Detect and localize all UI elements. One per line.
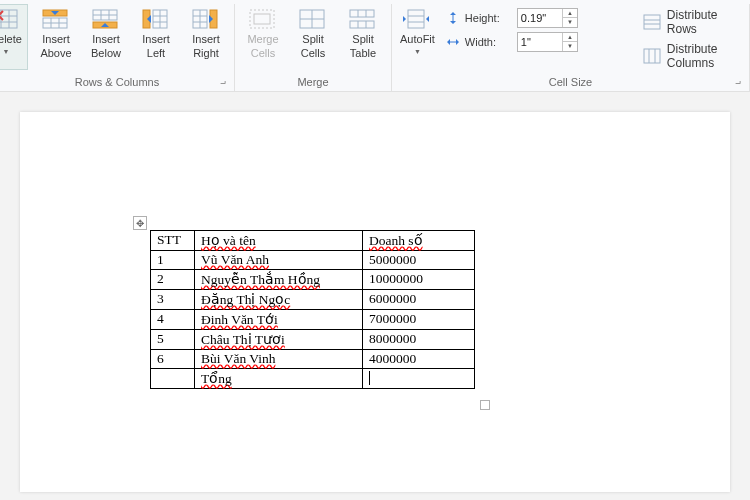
svg-rect-46 <box>644 49 660 63</box>
table-header-row[interactable]: STT Họ và tên Doanh số <box>151 231 475 251</box>
delete-button[interactable]: Delete ▼ <box>0 4 28 70</box>
ribbon: Delete ▼ Insert Above Insert Below <box>0 0 750 92</box>
header-sales[interactable]: Doanh số <box>363 231 475 251</box>
chevron-down-icon: ▼ <box>414 48 421 55</box>
height-icon <box>445 10 461 26</box>
split-table-button[interactable]: Split Table <box>341 4 385 70</box>
table-row[interactable]: 5 Châu Thị Tươi 8000000 <box>151 330 475 350</box>
document-canvas: ✥ STT Họ và tên Doanh số 1 Vũ Văn Anh 50… <box>0 92 750 500</box>
group-merge: Merge Cells Split Cells Split Table Merg… <box>235 4 392 91</box>
table-resize-handle[interactable] <box>480 400 490 410</box>
insert-above-icon <box>40 7 72 31</box>
split-table-icon <box>347 7 379 31</box>
insert-below-button[interactable]: Insert Below <box>84 4 128 70</box>
autofit-icon <box>401 7 433 31</box>
insert-left-button[interactable]: Insert Left <box>134 4 178 70</box>
delete-table-icon <box>0 7 22 31</box>
split-cells-button[interactable]: Split Cells <box>291 4 335 70</box>
group-label-cell-size: Cell Size <box>398 74 743 91</box>
distribute-columns-label: Distribute Columns <box>667 42 737 70</box>
header-name[interactable]: Họ và tên <box>195 231 363 251</box>
distribute-rows-button[interactable]: Distribute Rows <box>643 8 737 36</box>
distribute-columns-icon <box>643 48 661 64</box>
width-input[interactable]: 1" ▲▼ <box>517 32 578 52</box>
height-label: Height: <box>465 12 513 24</box>
svg-rect-28 <box>254 14 270 24</box>
width-icon <box>445 34 461 50</box>
table-footer-row[interactable]: Tổng <box>151 369 475 389</box>
chevron-down-icon: ▼ <box>3 48 10 55</box>
merge-cells-button: Merge Cells <box>241 4 285 70</box>
text-cursor <box>369 371 370 385</box>
distribute-rows-icon <box>643 14 661 30</box>
sales-table[interactable]: STT Họ và tên Doanh số 1 Vũ Văn Anh 5000… <box>150 230 475 389</box>
insert-left-icon <box>140 7 172 31</box>
distribute-rows-label: Distribute Rows <box>667 8 737 36</box>
insert-above-button[interactable]: Insert Above <box>34 4 78 70</box>
group-label-rows-cols: Rows & Columns <box>6 74 228 91</box>
autofit-button[interactable]: AutoFit ▼ <box>398 4 437 70</box>
table-row[interactable]: 4 Đinh Văn Tới 7000000 <box>151 310 475 330</box>
table-row[interactable]: 3 Đặng Thị Ngọc 6000000 <box>151 290 475 310</box>
delete-label: Delete <box>0 33 22 45</box>
insert-right-icon <box>190 7 222 31</box>
document-page[interactable]: ✥ STT Họ và tên Doanh số 1 Vũ Văn Anh 50… <box>20 112 730 492</box>
group-rows-columns: Delete ▼ Insert Above Insert Below <box>0 4 235 91</box>
split-cells-icon <box>297 7 329 31</box>
insert-right-button[interactable]: Insert Right <box>184 4 228 70</box>
svg-rect-33 <box>350 21 374 28</box>
svg-rect-32 <box>350 10 374 17</box>
table-move-handle[interactable]: ✥ <box>133 216 147 230</box>
svg-rect-38 <box>408 10 424 28</box>
width-value[interactable]: 1" <box>518 35 562 49</box>
cell-size-fields: Height: 0.19" ▲▼ Width: 1" ▲▼ <box>443 4 633 52</box>
width-label: Width: <box>465 36 513 48</box>
table-row[interactable]: 1 Vũ Văn Anh 5000000 <box>151 251 475 270</box>
height-input[interactable]: 0.19" ▲▼ <box>517 8 578 28</box>
table-row[interactable]: 2 Nguyễn Thắm Hồng 10000000 <box>151 270 475 290</box>
svg-rect-43 <box>644 15 660 29</box>
height-value[interactable]: 0.19" <box>518 11 562 25</box>
height-spinner[interactable]: ▲▼ <box>562 9 577 27</box>
distribute-columns-button[interactable]: Distribute Columns <box>643 42 737 70</box>
merge-cells-icon <box>247 7 279 31</box>
width-spinner[interactable]: ▲▼ <box>562 33 577 51</box>
group-cell-size: AutoFit ▼ Height: 0.19" ▲▼ <box>392 4 750 91</box>
table-row[interactable]: 6 Bùi Văn Vinh 4000000 <box>151 350 475 369</box>
header-stt[interactable]: STT <box>151 231 195 251</box>
insert-below-icon <box>90 7 122 31</box>
distribute-column: Distribute Rows Distribute Columns <box>639 4 743 70</box>
group-label-merge: Merge <box>241 74 385 91</box>
total-cell[interactable] <box>363 369 475 389</box>
